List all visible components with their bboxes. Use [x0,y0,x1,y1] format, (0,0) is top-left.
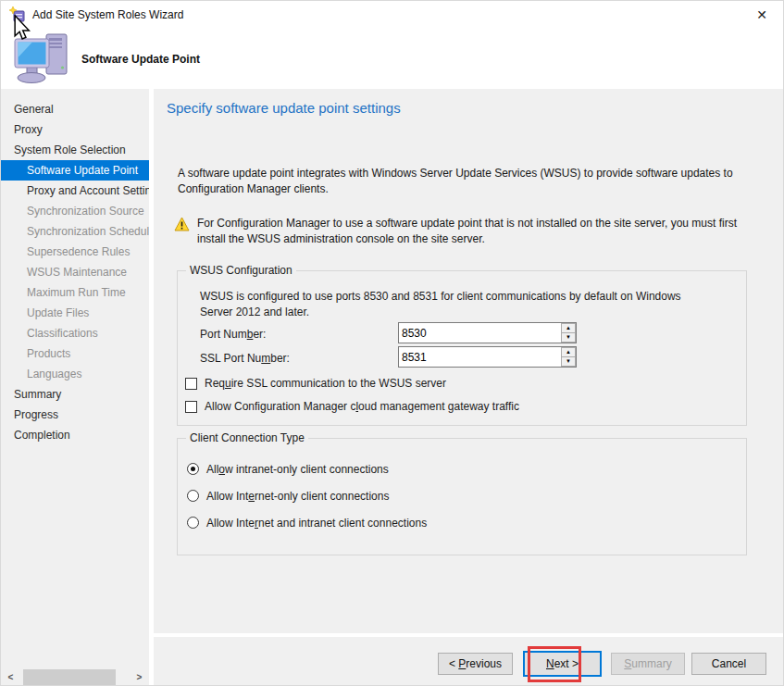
port-number-label: Port Number: [200,328,266,341]
sidebar-horizontal-scrollbar[interactable]: < > [1,669,149,685]
ssl-port-number-input[interactable] [399,347,560,367]
sidebar-item-proxy-and-account-settings[interactable]: Proxy and Account Settin [1,181,149,201]
summary-button: Summary [611,653,685,675]
radio-label: Allow intranet-only client connections [206,463,389,476]
sidebar-item-classifications: Classifications [1,323,149,343]
checkbox-icon[interactable] [185,378,197,390]
sidebar-item-maximum-run-time: Maximum Run Time [1,282,149,303]
sidebar-item-products: Products [1,343,149,364]
radio-icon[interactable] [187,517,199,529]
sidebar-item-progress[interactable]: Progress [1,405,149,425]
warning-text: For Configuration Manager to use a softw… [197,216,753,247]
sidebar-item-system-role-selection[interactable]: System Role Selection [1,140,149,160]
sidebar-item-completion[interactable]: Completion [1,425,149,445]
radio-label: Allow Internet and intranet client conne… [206,517,427,530]
sidebar-item-summary[interactable]: Summary [1,384,149,405]
sidebar-nav: GeneralProxySystem Role SelectionSoftwar… [1,89,149,445]
ssl-port-number-label: SSL Port Number: [200,352,290,365]
group-title: WSUS Configuration [186,264,296,277]
warning-icon [174,217,190,231]
wsus-description: WSUS is configured to use ports 8530 and… [200,289,700,320]
radio-icon[interactable] [187,490,199,502]
main-content: Specify software update point settings A… [154,89,783,633]
sidebar-item-software-update-point[interactable]: Software Update Point [1,160,149,181]
wizard-window: Add Site System Roles Wizard ✕ Software … [0,0,784,686]
next-button-wrapper: Next > [523,651,602,677]
radio-icon[interactable] [187,463,199,475]
next-button[interactable]: Next > [523,651,602,677]
spin-up-icon[interactable]: ▲ [561,323,576,333]
require-ssl-checkbox-row[interactable]: Require SSL communication to the WSUS se… [185,377,446,390]
allow-cmg-checkbox-row[interactable]: Allow Configuration Manager cloud manage… [185,400,519,413]
title-bar: Add Site System Roles Wizard ✕ [1,1,783,29]
wsus-configuration-group: WSUS Configuration WSUS is configured to… [177,270,747,426]
intro-text: A software update point integrates with … [178,166,759,197]
sidebar-item-wsus-maintenance: WSUS Maintenance [1,262,149,282]
sidebar-item-supersedence-rules: Supersedence Rules [1,242,149,262]
content-heading: Specify software update point settings [167,100,401,116]
previous-button[interactable]: < Previous [438,653,513,675]
mouse-cursor-icon [13,15,31,41]
sidebar-item-languages: Languages [1,364,149,384]
sidebar-item-synchronization-source: Synchronization Source [1,201,149,221]
sidebar-item-update-files: Update Files [1,303,149,323]
sidebar-item-synchronization-schedule: Synchronization Schedul [1,221,149,242]
checkbox-icon[interactable] [185,401,197,413]
window-title: Add Site System Roles Wizard [32,8,183,21]
radio-option-2[interactable]: Allow Internet-only client connections [187,482,746,509]
sidebar: GeneralProxySystem Role SelectionSoftwar… [1,89,149,685]
footer-button-bar: < Previous Next > Summary Cancel [154,637,783,685]
allow-cmg-label: Allow Configuration Manager cloud manage… [205,400,519,413]
close-icon[interactable]: ✕ [753,6,771,24]
radio-option-1[interactable]: Allow intranet-only client connections [187,455,746,482]
page-title: Software Update Point [81,53,200,66]
port-number-input[interactable] [399,323,560,343]
spin-up-icon[interactable]: ▲ [561,347,576,357]
sidebar-item-proxy[interactable]: Proxy [1,119,149,140]
port-spinner: ▲▼ [560,323,576,343]
cancel-button[interactable]: Cancel [691,653,766,675]
sidebar-item-general[interactable]: General [1,99,149,119]
client-connection-type-group: Client Connection Type Allow intranet-on… [177,438,747,555]
scroll-right-icon[interactable]: > [131,669,147,685]
warning-banner: For Configuration Manager to use a softw… [174,216,753,247]
require-ssl-label: Require SSL communication to the WSUS se… [205,377,446,390]
radio-label: Allow Internet-only client connections [206,490,389,503]
port-number-stepper[interactable]: ▲▼ [398,322,577,343]
wizard-header: Software Update Point [1,29,783,89]
scrollbar-thumb[interactable] [23,669,116,685]
spin-down-icon[interactable]: ▼ [561,333,576,343]
scroll-left-icon[interactable]: < [3,669,19,685]
spin-down-icon[interactable]: ▼ [561,357,576,367]
ssl-port-number-stepper[interactable]: ▲▼ [398,346,577,368]
group-title: Client Connection Type [186,431,308,444]
ssl-port-spinner: ▲▼ [560,347,576,367]
radio-option-3[interactable]: Allow Internet and intranet client conne… [187,509,746,536]
connection-options: Allow intranet-only client connectionsAl… [178,439,746,536]
